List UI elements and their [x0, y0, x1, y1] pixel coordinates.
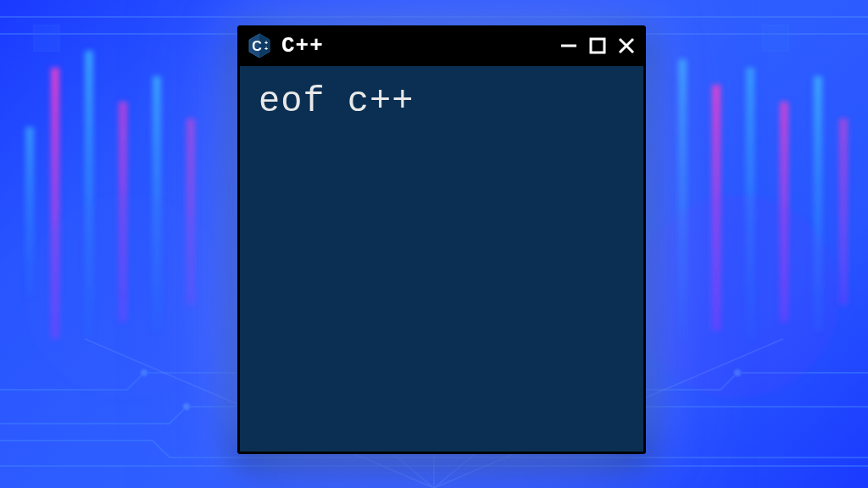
- svg-point-0: [183, 403, 190, 410]
- cpp-icon: C + +: [246, 32, 273, 59]
- window-controls: [558, 35, 637, 57]
- titlebar[interactable]: C + + C++: [237, 25, 646, 66]
- close-button[interactable]: [615, 35, 637, 57]
- terminal-text: eof c++: [259, 81, 625, 122]
- svg-rect-14: [839, 119, 848, 305]
- minimize-button[interactable]: [558, 35, 580, 57]
- terminal-content[interactable]: eof c++: [237, 66, 646, 454]
- svg-text:+: +: [264, 40, 268, 46]
- svg-rect-25: [591, 39, 604, 53]
- svg-point-17: [25, 195, 229, 398]
- svg-rect-15: [34, 25, 59, 51]
- window-title: C++: [281, 33, 558, 58]
- svg-rect-16: [763, 25, 788, 51]
- maximize-button[interactable]: [587, 35, 609, 57]
- svg-text:C: C: [252, 39, 262, 53]
- svg-text:+: +: [264, 46, 268, 52]
- terminal-window: C + + C++ eof c++: [237, 25, 646, 454]
- svg-point-18: [636, 195, 839, 398]
